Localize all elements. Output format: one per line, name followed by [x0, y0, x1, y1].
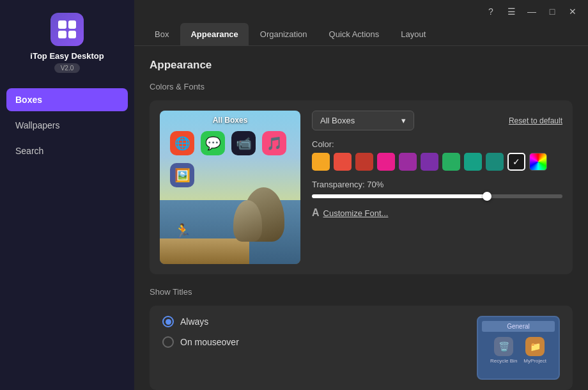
help-button[interactable]: ? [483, 4, 499, 19]
tab-quick-actions[interactable]: Quick Actions [319, 23, 390, 45]
transparency-slider[interactable] [312, 194, 562, 198]
color-section: Color: ✓ [312, 139, 562, 171]
swatch-dark-teal[interactable] [486, 153, 504, 171]
radio-group: Always On mouseover [162, 316, 239, 348]
transparency-section: Transparency: 70% [312, 180, 562, 198]
titles-preview-card: General 🗑️ Recycle Bin 📁 MyProject [477, 316, 560, 380]
figure-icon: 🏃 [174, 223, 191, 240]
sand-bg [160, 238, 249, 264]
radio-mouseover[interactable]: On mouseover [162, 336, 239, 348]
font-row: A Customize Font... [312, 207, 562, 219]
menu-button[interactable]: ☰ [504, 4, 519, 19]
tab-layout[interactable]: Layout [391, 23, 436, 45]
tab-organization[interactable]: Organization [250, 23, 318, 45]
swatch-black[interactable]: ✓ [507, 153, 525, 171]
radio-always-outer [162, 316, 174, 327]
preview-icon-chrome: 🌐 [170, 131, 194, 155]
tab-appearance[interactable]: Appearance [180, 23, 248, 45]
main-panel: ? ☰ — □ ✕ Box Appearance Organization Qu… [134, 0, 588, 390]
box-preview: All Boxes 🌐 💬 📹 🎵 🖼️ 🏃 [160, 111, 300, 264]
swatch-rainbow[interactable] [529, 153, 547, 171]
swatch-green[interactable] [442, 153, 460, 171]
preview-scene: 🏃 [160, 181, 300, 264]
chevron-down-icon: ▾ [401, 116, 406, 125]
app-name: iTop Easy Desktop [30, 51, 104, 61]
radio-mouseover-outer [162, 336, 174, 348]
preview-title: All Boxes [213, 116, 248, 125]
sidebar: iTop Easy Desktop V2.0 Boxes Wallpapers … [0, 0, 134, 390]
transparency-label: Transparency: 70% [312, 180, 562, 189]
preview-recycle-bin-icon: 🗑️ [494, 337, 513, 356]
titles-preview-icons: 🗑️ Recycle Bin 📁 MyProject [482, 337, 555, 364]
app-version: V2.0 [54, 63, 81, 73]
dropdown-row: All Boxes ▾ Reset to default [312, 111, 562, 130]
show-titles-panel: Always On mouseover General 🗑️ Recycle B… [150, 306, 573, 390]
reset-default-link[interactable]: Reset to default [509, 116, 562, 125]
swatch-red[interactable] [334, 153, 352, 171]
slider-thumb[interactable] [483, 192, 491, 201]
radio-always-inner [166, 319, 171, 325]
minimize-button[interactable]: — [524, 4, 539, 19]
app-logo [50, 13, 84, 46]
tab-bar: Box Appearance Organization Quick Action… [134, 23, 588, 46]
titles-preview-bar: General [482, 321, 555, 332]
page-title: Appearance [150, 59, 573, 72]
boxes-dropdown[interactable]: All Boxes ▾ [312, 111, 414, 130]
swatch-checkmark: ✓ [513, 157, 520, 167]
show-titles-heading: Show Titles [150, 287, 573, 297]
radio-mouseover-label: On mouseover [180, 337, 239, 347]
settings-panel: All Boxes ▾ Reset to default Color: [312, 111, 562, 219]
dropdown-value: All Boxes [320, 116, 355, 125]
font-icon: A [312, 207, 320, 219]
preview-icon-music: 🎵 [262, 131, 286, 155]
colors-fonts-title: Colors & Fonts [150, 82, 573, 91]
color-swatches: ✓ [312, 153, 562, 171]
color-label: Color: [312, 139, 562, 149]
preview-recycle-bin-label: Recycle Bin [490, 358, 517, 364]
swatch-orange[interactable] [312, 153, 330, 171]
colors-fonts-panel: All Boxes 🌐 💬 📹 🎵 🖼️ 🏃 [150, 100, 573, 274]
radio-always-label: Always [180, 316, 208, 327]
preview-myproject: 📁 MyProject [523, 337, 546, 364]
sidebar-nav: Boxes Wallpapers Search [0, 88, 134, 162]
maximize-button[interactable]: □ [545, 4, 560, 19]
swatch-purple[interactable] [421, 153, 438, 171]
swatch-crimson[interactable] [355, 153, 373, 171]
titlebar: ? ☰ — □ ✕ [134, 0, 588, 23]
preview-icons-row: 🌐 💬 📹 🎵 [170, 131, 286, 155]
sidebar-item-wallpapers[interactable]: Wallpapers [6, 114, 128, 137]
close-button[interactable]: ✕ [565, 4, 580, 19]
preview-recycle-bin: 🗑️ Recycle Bin [490, 337, 517, 364]
swatch-teal[interactable] [464, 153, 482, 171]
radio-always[interactable]: Always [162, 316, 239, 327]
preview-myproject-icon: 📁 [525, 337, 545, 356]
preview-myproject-label: MyProject [523, 358, 546, 364]
swatch-pink[interactable] [377, 153, 395, 171]
content-area: Appearance Colors & Fonts All Boxes 🌐 💬 … [134, 46, 588, 390]
swatch-magenta[interactable] [399, 153, 417, 171]
customize-font-link[interactable]: Customize Font... [323, 208, 389, 218]
preview-icon-whatsapp: 💬 [201, 131, 225, 155]
tab-box[interactable]: Box [144, 23, 179, 45]
sidebar-item-search[interactable]: Search [6, 139, 128, 162]
preview-icon-zoom: 📹 [231, 131, 256, 155]
sidebar-item-boxes[interactable]: Boxes [6, 88, 128, 111]
